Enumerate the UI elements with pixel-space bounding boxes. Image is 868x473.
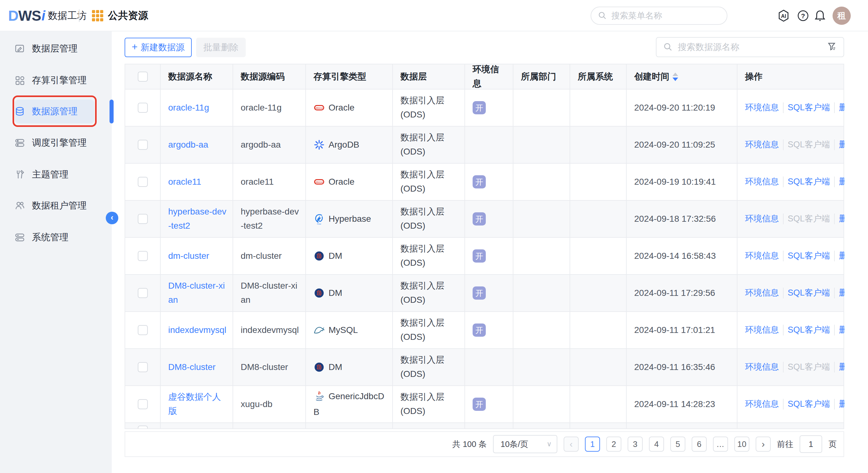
env-info-link[interactable]: 环境信息 <box>745 212 779 226</box>
delete-link[interactable]: 删除 <box>839 175 845 188</box>
env-info-link[interactable]: 环境信息 <box>745 175 779 188</box>
datasource-name-link[interactable]: indexdevmysql <box>168 323 226 337</box>
sql-client-link[interactable]: SQL客户端 <box>788 101 830 114</box>
col-code: 数据源编码 <box>233 64 306 89</box>
env-badge: 开 <box>473 324 486 337</box>
create-datasource-button[interactable]: + 新建数据源 <box>125 38 192 57</box>
datasource-name-link[interactable]: DM8-cluster-xian <box>168 279 227 307</box>
row-checkbox[interactable] <box>138 177 148 187</box>
delete-link[interactable]: 删除 <box>839 101 845 114</box>
delete-link[interactable]: 删除 <box>839 323 845 337</box>
page-ellipsis-button[interactable]: ... <box>713 437 728 452</box>
row-checkbox[interactable] <box>138 251 148 261</box>
datasource-name-link[interactable]: 虚谷数据个人版 <box>168 390 227 418</box>
menu-search-input[interactable] <box>611 11 718 21</box>
datasource-name-link[interactable]: DM8-cluster <box>168 360 216 374</box>
database-icon <box>14 106 25 117</box>
env-badge: 开 <box>473 249 486 263</box>
page-10-button[interactable]: 10 <box>734 437 749 452</box>
page-1-button[interactable]: 1 <box>585 437 600 452</box>
row-checkbox[interactable] <box>138 325 148 335</box>
system-cell <box>570 238 627 274</box>
sidebar-item-label: 数据租户管理 <box>32 200 87 212</box>
datasource-code: hyperbase-dev-test2 <box>233 201 306 237</box>
delete-link[interactable]: 删除 <box>839 212 845 226</box>
datasource-name-link[interactable]: oracle11 <box>168 175 201 189</box>
bell-icon[interactable] <box>813 9 827 23</box>
delete-link[interactable]: 删除 <box>839 286 845 300</box>
row-checkbox[interactable] <box>138 214 148 224</box>
help-icon[interactable]: ? <box>796 9 810 23</box>
search-icon <box>597 11 608 21</box>
page-3-button[interactable]: 3 <box>628 437 643 452</box>
row-checkbox[interactable] <box>138 140 148 150</box>
sidebar-item-1[interactable]: 数据层管理 <box>0 37 112 61</box>
system-cell <box>570 312 627 348</box>
table-header-row: 数据源名称 数据源编码 存算引擎类型 数据层 环境信息 所属部门 所属系统 创建… <box>125 64 844 90</box>
env-info-link[interactable]: 环境信息 <box>745 249 779 263</box>
datasource-code: argodb-aa <box>233 126 306 163</box>
sql-client-link[interactable]: SQL客户端 <box>788 286 830 300</box>
page-4-button[interactable]: 4 <box>649 437 664 452</box>
env-info-link[interactable]: 环境信息 <box>745 138 779 151</box>
env-info-link[interactable]: 环境信息 <box>745 323 779 337</box>
prev-page-button[interactable]: ‹ <box>564 437 579 452</box>
col-name: 数据源名称 <box>161 64 233 89</box>
row-checkbox[interactable] <box>138 103 148 113</box>
page-size-select[interactable]: 10条/页 ∨ <box>493 435 557 453</box>
datasource-name-link[interactable]: oracle-11g <box>168 101 209 115</box>
sort-created-time[interactable] <box>673 72 678 81</box>
delete-link[interactable]: 删除 <box>839 397 845 411</box>
select-all-checkbox[interactable] <box>138 71 148 82</box>
bulk-delete-button[interactable]: 批量删除 <box>196 38 246 57</box>
sql-client-link[interactable]: SQL客户端 <box>788 323 830 337</box>
system-icon <box>14 232 25 243</box>
page-6-button[interactable]: 6 <box>692 437 707 452</box>
delete-link[interactable]: 删除 <box>839 138 845 151</box>
sidebar-item-3[interactable]: 数据源管理 <box>0 99 112 123</box>
delete-link[interactable]: 删除 <box>839 360 845 374</box>
sidebar-item-5[interactable]: 主题管理 <box>0 163 112 186</box>
page-2-button[interactable]: 2 <box>606 437 621 452</box>
user-avatar[interactable]: 租 <box>833 7 851 25</box>
sidebar-item-7[interactable]: 系统管理 <box>0 226 112 249</box>
created-time: 2024-09-11 17:29:56 <box>627 275 738 311</box>
sidebar-item-6[interactable]: 数据租户管理 <box>0 194 112 218</box>
row-checkbox[interactable] <box>138 362 148 372</box>
env-info-link[interactable]: 环境信息 <box>745 397 779 411</box>
engine-type-label: MySQL <box>329 325 358 335</box>
system-cell <box>570 275 627 311</box>
scheduler-icon <box>14 138 25 148</box>
goto-page-input[interactable] <box>800 435 822 453</box>
sql-client-link[interactable]: SQL客户端 <box>788 249 830 263</box>
env-info-link[interactable]: 环境信息 <box>745 360 779 374</box>
page-5-button[interactable]: 5 <box>670 437 685 452</box>
sql-client-link[interactable]: SQL客户端 <box>788 212 830 226</box>
row-checkbox[interactable] <box>138 288 148 298</box>
pagination-bar: 共 100 条 10条/页 ∨ ‹ 123456...10 › 前往 页 <box>125 431 844 457</box>
sort-desc-icon[interactable] <box>673 78 678 81</box>
delete-link[interactable]: 删除 <box>839 249 845 263</box>
ai-assistant-icon[interactable]: AI <box>777 9 790 23</box>
datasource-name-link[interactable]: argodb-aa <box>168 138 208 152</box>
sql-client-link[interactable]: SQL客户端 <box>788 360 830 374</box>
datasource-code: DM8-cluster <box>233 349 306 385</box>
env-info-link[interactable]: 环境信息 <box>745 286 779 300</box>
sidebar-collapse-button[interactable]: ‹ <box>106 212 118 224</box>
next-page-button[interactable]: › <box>756 437 771 452</box>
sidebar-item-2[interactable]: 存算引擎管理 <box>0 68 112 92</box>
sql-client-link[interactable]: SQL客户端 <box>788 138 830 151</box>
datasource-name-link[interactable]: dm-cluster <box>168 249 209 263</box>
data-layer: 数据引入层 (ODS) <box>393 349 465 385</box>
filter-icon[interactable] <box>827 42 837 53</box>
col-env-info: 环境信息 <box>465 64 514 89</box>
row-checkbox[interactable] <box>138 399 148 409</box>
sidebar-item-4[interactable]: 调度引擎管理 <box>0 131 112 155</box>
sql-client-link[interactable]: SQL客户端 <box>788 175 830 188</box>
datasource-search-input[interactable] <box>678 42 827 52</box>
sort-asc-icon[interactable] <box>673 72 678 76</box>
datasource-name-link[interactable]: hyperbase-dev-test2 <box>168 205 227 233</box>
col-department: 所属部门 <box>514 64 570 89</box>
env-info-link[interactable]: 环境信息 <box>745 101 779 114</box>
sql-client-link[interactable]: SQL客户端 <box>788 397 830 411</box>
